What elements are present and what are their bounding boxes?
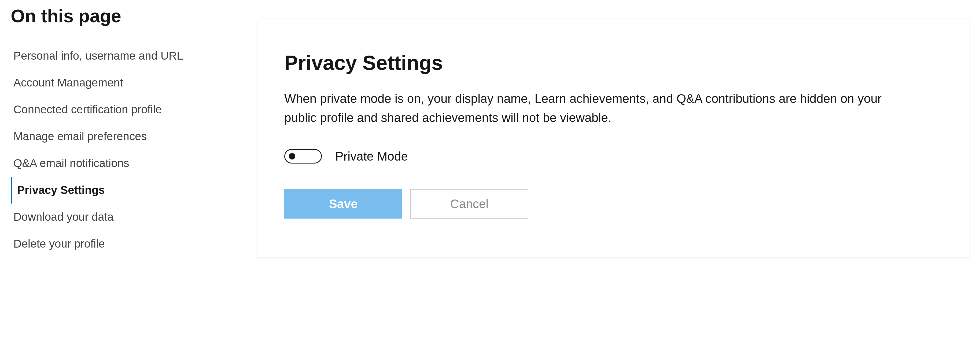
sidebar-nav: Personal info, username and URL Account … — [11, 42, 241, 257]
private-mode-row: Private Mode — [284, 149, 942, 164]
private-mode-toggle[interactable] — [284, 149, 322, 164]
button-row: Save Cancel — [284, 189, 942, 219]
toggle-knob — [289, 153, 295, 160]
sidebar-item-delete-profile[interactable]: Delete your profile — [11, 230, 241, 257]
save-button[interactable]: Save — [284, 189, 402, 219]
sidebar-item-certification-profile[interactable]: Connected certification profile — [11, 96, 241, 123]
sidebar-item-privacy-settings[interactable]: Privacy Settings — [11, 177, 241, 204]
sidebar-item-download-data[interactable]: Download your data — [11, 204, 241, 230]
sidebar-item-email-preferences[interactable]: Manage email preferences — [11, 123, 241, 150]
private-mode-label: Private Mode — [335, 149, 408, 164]
sidebar-item-personal-info[interactable]: Personal info, username and URL — [11, 42, 241, 69]
sidebar-item-account-management[interactable]: Account Management — [11, 69, 241, 96]
sidebar-heading: On this page — [11, 5, 241, 26]
sidebar-item-qa-notifications[interactable]: Q&A email notifications — [11, 150, 241, 177]
card-description: When private mode is on, your display na… — [284, 89, 901, 128]
cancel-button[interactable]: Cancel — [410, 189, 528, 219]
settings-card: Privacy Settings When private mode is on… — [258, 19, 969, 257]
card-title: Privacy Settings — [284, 51, 942, 74]
sidebar: On this page Personal info, username and… — [11, 5, 241, 257]
